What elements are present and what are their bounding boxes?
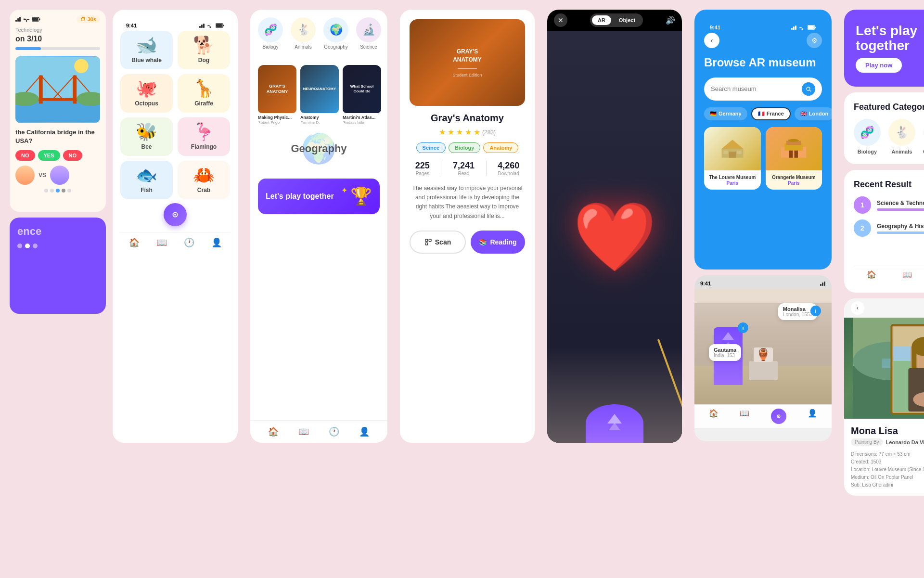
stat-pages: 225 Pages: [415, 161, 430, 176]
ar-sound-btn[interactable]: 🔊: [666, 16, 675, 25]
country-france[interactable]: 🇫🇷 France: [751, 107, 791, 120]
museum-nav-book[interactable]: 📖: [740, 409, 749, 424]
monalisa-back-btn[interactable]: ‹: [851, 301, 864, 315]
info-dot-2[interactable]: i: [738, 322, 748, 333]
recent-nav-home[interactable]: 🏠: [867, 270, 876, 279]
animal-card-flamingo[interactable]: 🦩 Flamingo: [178, 117, 230, 156]
animals-battery: [216, 23, 224, 28]
avatar-face-right: [50, 166, 69, 185]
main-nav-profile[interactable]: 👤: [359, 426, 370, 437]
browse-signal: [791, 26, 797, 30]
tag-anatomy: Anatomy: [483, 142, 518, 153]
animal-card-dog[interactable]: 🐕 Dog: [178, 31, 230, 69]
answer-yes-btn[interactable]: YES: [38, 150, 60, 161]
svg-rect-6: [39, 19, 40, 20]
cat-geography[interactable]: 🌍 Geography: [323, 17, 348, 50]
answer-no-btn[interactable]: NO: [15, 150, 35, 161]
read-value: 7,241: [453, 161, 475, 171]
book-card-3[interactable]: What School Could Be Martini's Atlas... …: [343, 65, 381, 125]
museum-search-input[interactable]: [711, 85, 798, 92]
browse-wifi: [799, 25, 806, 30]
nav-clock[interactable]: 🕐: [184, 237, 194, 248]
svg-point-24: [210, 26, 211, 28]
nav-home[interactable]: 🏠: [129, 237, 140, 248]
nav-profile[interactable]: 👤: [211, 237, 222, 248]
recent-nav-book[interactable]: 📖: [902, 270, 912, 279]
play-now-btn[interactable]: Play now: [856, 58, 902, 73]
museum-nav-home[interactable]: 🏠: [709, 409, 719, 424]
dot-3: [56, 189, 60, 193]
museum-orangerie[interactable]: Orangerie Museum Paris: [766, 127, 822, 190]
progress-bar: [15, 47, 100, 50]
ar-tab[interactable]: AR: [592, 15, 611, 25]
feat-cat-bio[interactable]: 🧬 Biology: [854, 119, 881, 154]
star-half: ★: [474, 128, 480, 137]
browse-back-btn[interactable]: ‹: [704, 33, 719, 48]
browse-filter-btn[interactable]: ⚙: [807, 33, 822, 48]
recent-prog-1: [877, 208, 924, 211]
book-card-2[interactable]: NEUROANATOMY Anatomy Carmine D.: [300, 65, 339, 125]
book-card-1[interactable]: GRAY'S ANATOMY Making Physic... Robert P…: [258, 65, 296, 125]
animal-card-octopus[interactable]: 🐙 Octopus: [120, 74, 173, 113]
answer-no2-btn[interactable]: NO: [63, 150, 83, 161]
recent-info-1: Science & Technology: [877, 200, 924, 211]
recent-prog-fill-1: [877, 208, 924, 211]
feat-animals-icon: 🐇: [888, 119, 915, 146]
signal-icons: [15, 17, 40, 22]
monalisa-badge-title: Monalisa: [783, 306, 812, 312]
timer-value: 30s: [88, 16, 96, 22]
cat-science[interactable]: 🔬 Science: [356, 17, 381, 50]
browse-title: Browse AR museum: [704, 56, 822, 70]
main-nav-home[interactable]: 🏠: [268, 426, 279, 437]
search-btn[interactable]: [802, 82, 815, 96]
main-nav-clock[interactable]: 🕐: [329, 426, 339, 437]
flamingo-emoji: 🦩: [193, 123, 215, 141]
rating-count: (283): [482, 129, 496, 136]
book-detail-cover: GRAY'SANATOMY Student Edition: [410, 19, 525, 106]
bluewhale-emoji: 🐋: [136, 37, 157, 54]
animal-card-giraffe[interactable]: 🦒 Giraffe: [178, 74, 230, 113]
animal-card-bluewhale[interactable]: 🐋 Blue whale: [120, 31, 173, 69]
books-section: GRAY'S ANATOMY Making Physic... Robert P…: [250, 65, 387, 125]
fish-name: Fish: [141, 187, 153, 193]
monalisa-svg: [844, 318, 924, 419]
object-tab[interactable]: Object: [613, 15, 641, 25]
geo-icon-circle: 🌍: [323, 17, 348, 42]
orangerie-name: Orangerie Museum: [770, 174, 819, 180]
info-dot-1[interactable]: i: [810, 306, 821, 316]
museum-nav-scan[interactable]: [771, 409, 786, 424]
stat-download: 4,260 Downolad: [498, 161, 519, 176]
monalisa-title: Mona Lisa: [851, 425, 924, 437]
svg-rect-21: [199, 26, 201, 28]
ar-scan-body: ❤️: [547, 31, 682, 443]
book3-title: Martini's Atlas...: [343, 115, 381, 120]
monalisa-image: [844, 318, 924, 419]
ar-close-btn[interactable]: ✕: [554, 13, 567, 27]
louvre-info: The Louvre Museum Paris: [704, 170, 761, 190]
play-title: Let's play together: [856, 24, 924, 53]
svg-rect-38: [808, 26, 814, 29]
animal-card-fish[interactable]: 🐟 Fish: [120, 161, 173, 199]
animal-card-crab[interactable]: 🦀 Crab: [178, 161, 230, 199]
nav-book[interactable]: 📖: [156, 237, 167, 248]
orangerie-svg: [779, 137, 808, 161]
museum-louvre[interactable]: The Louvre Museum Paris: [704, 127, 761, 190]
scan-btn[interactable]: Scan: [410, 231, 466, 254]
london-label: London: [809, 111, 828, 116]
country-london[interactable]: 🇬🇧 London: [795, 107, 832, 120]
animal-card-bee[interactable]: 🐝 Bee: [120, 117, 173, 156]
browse-status-icons: [791, 25, 816, 30]
feat-cat-animals[interactable]: 🐇 Animals: [888, 119, 915, 154]
museum-nav-profile[interactable]: 👤: [808, 409, 817, 424]
main-nav-book[interactable]: 📖: [298, 426, 309, 437]
svg-rect-27: [223, 25, 224, 26]
play-banner-right: ✦ 🏆: [341, 186, 372, 206]
browse-status-bar: 9:41: [704, 19, 822, 33]
cat-biology[interactable]: 🧬 Biology: [258, 17, 283, 50]
museum-ar-status: 9:41: [694, 275, 832, 289]
reading-btn[interactable]: 📚 Reading: [471, 231, 525, 254]
country-germany[interactable]: 🇩🇪 Germany: [704, 107, 747, 120]
play-together-banner[interactable]: Let's play together ✦ 🏆: [258, 179, 380, 214]
cat-animals[interactable]: 🐇 Animals: [291, 17, 316, 50]
scan-fab[interactable]: [164, 203, 187, 226]
